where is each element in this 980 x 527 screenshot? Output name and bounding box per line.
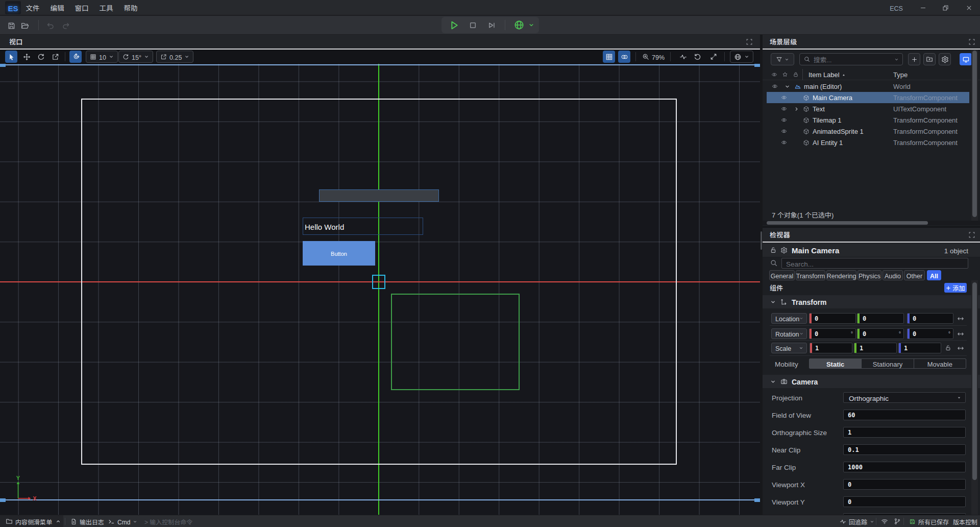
trace-button[interactable]: 回追踪 [840,515,874,527]
eye-icon[interactable] [781,117,787,123]
lock-open-icon[interactable] [770,247,777,254]
inspector-vscrollbar[interactable] [971,280,978,515]
open-button[interactable] [20,21,30,30]
cmd-dropdown[interactable]: Cmd [108,515,137,527]
star-column-icon[interactable] [782,71,788,78]
eye-icon[interactable] [772,83,778,89]
location-x-input[interactable]: 0 [809,313,856,324]
eye-icon[interactable] [781,139,787,146]
rotation-z-input[interactable]: 0° [907,328,953,339]
angle-snap-dropdown[interactable]: 15° [118,51,153,63]
network-status[interactable] [881,515,888,527]
scale-y-input[interactable]: 1 [854,343,897,353]
hierarchy-vscrollbar[interactable] [971,50,978,221]
play-button[interactable] [449,20,459,31]
menu-help[interactable]: 帮助 [118,0,143,15]
eye-icon[interactable] [781,106,787,112]
mobility-movable[interactable]: Movable [914,359,966,368]
link-axes-icon[interactable] [957,345,964,352]
world-dropdown[interactable] [730,51,753,63]
output-log-button[interactable]: 输出日志 [70,515,104,527]
tab-other[interactable]: Other [904,270,925,280]
mobility-stationary[interactable]: Stationary [862,359,914,368]
rotation-label-dropdown[interactable]: Rotation [771,328,807,339]
grid-toggle-button[interactable] [603,51,615,63]
eye-icon[interactable] [781,128,787,134]
selection-handle[interactable] [0,64,6,67]
fullscreen-button[interactable] [707,51,720,63]
app-logo[interactable]: ES [5,1,21,14]
tab-physics[interactable]: Physics [857,270,881,280]
menu-edit[interactable]: 编辑 [45,0,69,15]
eye-column-icon[interactable] [771,71,777,78]
gizmo-visibility-button[interactable] [618,51,630,63]
rotate-tool-button[interactable] [35,51,47,63]
run-target-caret[interactable] [528,22,534,28]
close-button[interactable] [960,0,977,15]
link-axes-icon[interactable] [957,330,964,338]
add-entity-button[interactable] [908,53,920,65]
projection-dropdown[interactable]: Orthographic [843,392,966,403]
scene-canvas[interactable]: Hello World Button Y X [0,64,760,515]
content-drawer-button[interactable]: 内容侧滑菜单 [0,515,63,527]
tab-transform[interactable]: Transform [796,270,825,280]
column-type[interactable]: Type [893,69,908,80]
location-y-input[interactable]: 0 [857,313,904,324]
tab-all[interactable]: All [927,270,941,280]
far-clip-input[interactable]: 1000 [843,462,966,472]
selection-handle[interactable] [754,498,760,502]
scale-z-input[interactable]: 1 [898,343,941,353]
tab-general[interactable]: General [769,270,795,280]
hierarchy-row-tilemap[interactable]: Tilemap 1 TransformComponent [763,114,980,126]
rotation-x-input[interactable]: 0° [809,328,856,339]
zoom-indicator[interactable]: 79% [642,51,665,63]
menu-file[interactable]: 文件 [20,0,45,15]
tab-audio[interactable]: Audio [883,270,903,280]
hierarchy-expand-button[interactable] [968,38,975,45]
grid-snap-dropdown[interactable]: 10 [86,51,118,63]
scale-label-dropdown[interactable]: Scale [771,343,807,353]
lock-open-icon[interactable] [945,345,951,351]
gear-icon[interactable] [780,247,788,254]
menu-tools[interactable]: 工具 [94,0,118,15]
select-tool-button[interactable] [5,51,17,63]
mobility-static[interactable]: Static [810,359,862,368]
button-object[interactable]: Button [303,241,375,266]
scale-tool-button[interactable] [49,51,61,63]
run-target-button[interactable] [513,19,525,31]
maximize-button[interactable] [937,0,954,15]
reset-view-button[interactable] [691,51,703,63]
minimize-button[interactable] [914,0,932,15]
location-z-input[interactable]: 0 [907,313,953,324]
entity-bounds[interactable] [391,294,520,390]
runtime-view-button[interactable] [960,53,972,65]
stop-button[interactable] [469,21,477,30]
hierarchy-settings-button[interactable] [939,53,951,65]
chevron-right-icon[interactable] [794,106,799,112]
transform-section-header[interactable]: Transform [763,295,980,308]
hierarchy-row-main[interactable]: main (Editor) World [763,81,980,92]
add-component-button[interactable]: 添加 [944,283,967,293]
undo-button[interactable] [46,21,55,30]
camera-section-header[interactable]: Camera [763,375,980,388]
inspector-search-input[interactable]: Search... [781,258,968,269]
scale-x-input[interactable]: 1 [810,343,852,353]
vscrollbar-thumb[interactable] [972,51,977,217]
text-object[interactable]: Hello World [303,218,423,235]
add-folder-button[interactable] [923,53,936,65]
eye-icon[interactable] [781,94,787,101]
location-label-dropdown[interactable]: Location [771,313,807,324]
hierarchy-row-text[interactable]: Text UITextComponent [763,103,980,114]
hierarchy-row-main-camera[interactable]: Main Camera TransformComponent [763,92,980,103]
redo-button[interactable] [61,21,70,30]
move-tool-button[interactable] [20,51,33,63]
hscrollbar-thumb[interactable] [767,221,928,225]
console-input[interactable]: > 输入控制台命令 [144,515,192,527]
save-button[interactable] [7,21,16,30]
version-control-button[interactable]: 版本控制 [953,515,977,527]
menu-window[interactable]: 窗口 [69,0,94,15]
rotation-y-input[interactable]: 0° [857,328,904,339]
git-status[interactable] [894,515,901,527]
viewport-x-input[interactable]: 0 [843,479,966,490]
inspector-expand-button[interactable] [968,231,975,238]
